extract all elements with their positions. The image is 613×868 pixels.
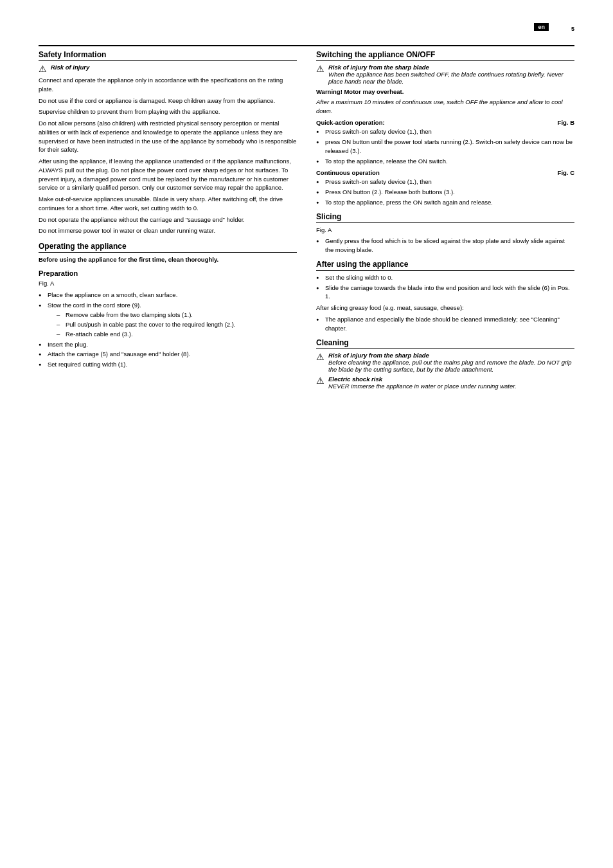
preparation-fig: Fig. A (39, 279, 297, 288)
safety-p8: Do not immerse power tool in water or cl… (39, 226, 297, 235)
safety-p5: After using the appliance, if leaving th… (39, 157, 297, 192)
cleaning-warning-heading: Risk of injury from the sharp blade (328, 352, 429, 359)
quick-action-list: Press switch-on safety device (1.), then… (316, 127, 574, 165)
safety-warning-text: Risk of injury (51, 64, 89, 71)
cleaning-warning-text: Risk of injury from the sharp blade Befo… (328, 352, 574, 373)
slicing-heading: Slicing (316, 212, 574, 223)
cord-sublist: Remove cable from the two clamping slots… (57, 311, 297, 338)
cont-item-3: To stop the appliance, press the ON swit… (316, 198, 574, 207)
safety-p7: Do not operate the appliance without the… (39, 215, 297, 224)
slicing-fig: Fig. A (316, 226, 574, 235)
prep-item-1: Place the appliance on a smooth, clean s… (39, 291, 297, 300)
safety-warning-block: ⚠ Risk of injury (39, 64, 297, 73)
continuous-header: Continuous operation Fig. C (316, 169, 574, 176)
qa-item-1: Press switch-on safety device (1.), then (316, 127, 574, 136)
left-column: Safety Information ⚠ Risk of injury Conn… (39, 50, 297, 392)
cleaning-warning-block: ⚠ Risk of injury from the sharp blade Be… (316, 352, 574, 373)
safety-p6: Make out-of-service appliances unusable.… (39, 195, 297, 213)
motor-warning-text: After a maximum 10 minutes of continuous… (316, 98, 574, 116)
after-using-heading: After using the appliance (316, 260, 574, 271)
quick-action-header: Quick-action operation: Fig. B (316, 119, 574, 126)
blade-warning-heading: Risk of injury from the sharp blade (328, 64, 429, 71)
electric-warning-icon: ⚠ (316, 376, 324, 385)
prep-item-3: Insert the plug. (39, 340, 297, 349)
continuous-label: Continuous operation (316, 169, 380, 176)
motor-warning-heading: Warning! Motor may overheat. (316, 87, 574, 96)
after-item-1: Set the slicing width to 0. (316, 273, 574, 282)
electric-heading: Electric shock risk (328, 375, 382, 383)
safety-p4: Do not allow persons (also children) wit… (39, 119, 297, 154)
qa-item-3: To stop the appliance, release the ON sw… (316, 157, 574, 166)
after-extra-1: The appliance and especially the blade s… (316, 315, 574, 333)
safety-warning-heading: Risk of injury (51, 64, 89, 71)
lang-badge: en (534, 23, 549, 31)
blade-warning-block: ⚠ Risk of injury from the sharp blade Wh… (316, 64, 574, 85)
continuous-list: Press switch-on safety device (1.), then… (316, 177, 574, 206)
prep-item-5: Set required cutting width (1). (39, 360, 297, 369)
safety-heading: Safety Information (39, 50, 297, 61)
safety-p3: Supervise children to prevent them from … (39, 107, 297, 116)
continuous-fig: Fig. C (558, 169, 574, 176)
electric-warning-block: ⚠ Electric shock risk NEVER immerse the … (316, 375, 574, 390)
cord-sub-3: Re-attach cable end (3.). (57, 330, 297, 339)
right-column: Switching the appliance ON/OFF ⚠ Risk of… (316, 50, 574, 392)
before-note: Before using the appliance for the first… (39, 255, 297, 264)
safety-p2: Do not use if the cord or appliance is d… (39, 96, 297, 105)
quick-action-label: Quick-action operation: (316, 119, 385, 126)
qa-item-2: press ON button until the power tool sta… (316, 138, 574, 156)
after-text: After slicing greasy food (e.g. meat, sa… (316, 303, 574, 312)
slicing-item-1: Gently press the food which is to be sli… (316, 237, 574, 255)
electric-italic: NEVER immerse the appliance in water or … (328, 383, 517, 390)
page: en 5 Safety Information ⚠ Risk of injury… (0, 0, 613, 868)
main-content: Safety Information ⚠ Risk of injury Conn… (39, 45, 574, 392)
after-using-list: Set the slicing width to 0. Slide the ca… (316, 273, 574, 301)
preparation-list: Place the appliance on a smooth, clean s… (39, 291, 297, 369)
after-items-list: The appliance and especially the blade s… (316, 315, 574, 333)
warning-triangle-icon: ⚠ (39, 64, 47, 73)
safety-p1: Connect and operate the appliance only i… (39, 76, 297, 94)
cleaning-warning-italic: Before cleaning the appliance, pull out … (328, 359, 572, 373)
blade-warning-icon: ⚠ (316, 64, 324, 73)
slicing-list: Gently press the food which is to be sli… (316, 237, 574, 255)
cord-sub-1: Remove cable from the two clamping slots… (57, 311, 297, 320)
preparation-heading: Preparation (39, 269, 297, 277)
cont-item-2: Press ON button (2.). Release both butto… (316, 188, 574, 197)
prep-item-4: Attach the carriage (5) and "sausage end… (39, 350, 297, 359)
cleaning-heading: Cleaning (316, 338, 574, 349)
cleaning-warning-icon: ⚠ (316, 352, 324, 361)
cont-item-1: Press switch-on safety device (1.), then (316, 177, 574, 186)
after-item-2: Slide the carriage towards the blade int… (316, 284, 574, 302)
quick-action-fig: Fig. B (558, 119, 574, 126)
electric-warning-text: Electric shock risk NEVER immerse the ap… (328, 375, 517, 390)
blade-warning-italic: When the appliance has been switched OFF… (328, 71, 564, 85)
page-number: 5 (571, 26, 574, 32)
operating-heading: Operating the appliance (39, 242, 297, 253)
blade-warning-text: Risk of injury from the sharp blade When… (328, 64, 574, 85)
cord-sub-2: Pull out/push in cable past the cover to… (57, 320, 297, 329)
switching-heading: Switching the appliance ON/OFF (316, 50, 574, 61)
prep-item-2: Stow the cord in the cord store (9). Rem… (39, 301, 297, 339)
